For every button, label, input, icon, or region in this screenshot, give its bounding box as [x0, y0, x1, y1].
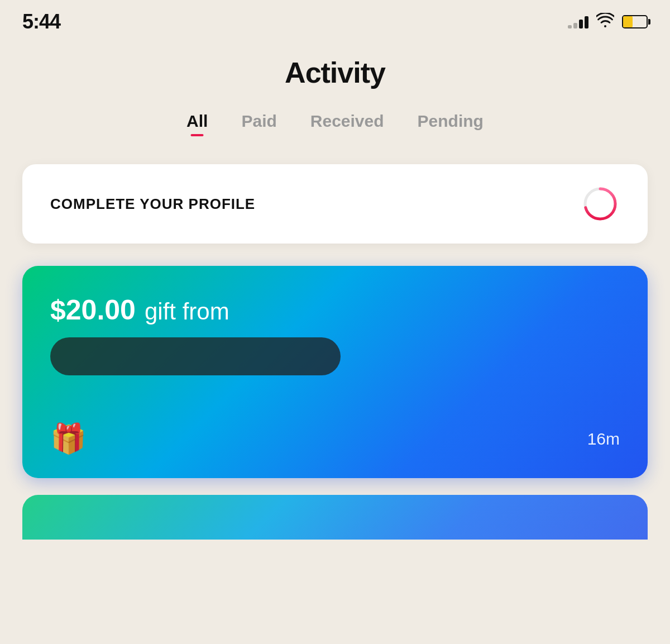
- second-card-partial: [22, 495, 648, 540]
- battery-icon: [622, 15, 648, 28]
- status-bar: 5:44: [0, 0, 670, 39]
- tabs-bar: All Paid Received Pending: [0, 112, 670, 136]
- gift-icon: 🎁: [50, 422, 87, 456]
- signal-bar-2: [573, 23, 577, 28]
- gift-amount: $20.00: [50, 294, 136, 326]
- complete-profile-card[interactable]: COMPLETE YOUR PROFILE: [22, 164, 648, 244]
- signal-bar-1: [568, 25, 572, 28]
- gift-from-label: gift from: [145, 298, 229, 325]
- battery-fill: [623, 16, 633, 27]
- tab-received[interactable]: Received: [310, 112, 384, 136]
- page-title: Activity: [0, 56, 670, 89]
- profile-progress-circle: [581, 184, 620, 223]
- page-title-section: Activity: [0, 56, 670, 89]
- gift-card[interactable]: $20.00 gift from 🎁 16m: [22, 266, 648, 478]
- status-time: 5:44: [22, 10, 60, 34]
- gift-time: 16m: [587, 430, 620, 449]
- gift-card-footer: 🎁 16m: [50, 422, 620, 456]
- gift-sender-redacted: [50, 337, 341, 375]
- signal-icon: [568, 15, 588, 28]
- complete-profile-text: COMPLETE YOUR PROFILE: [50, 195, 255, 213]
- signal-bar-4: [585, 16, 588, 28]
- tab-pending[interactable]: Pending: [418, 112, 484, 136]
- status-icons: [568, 13, 648, 31]
- wifi-icon: [596, 13, 614, 31]
- tab-paid[interactable]: Paid: [241, 112, 276, 136]
- tab-all[interactable]: All: [186, 112, 208, 136]
- signal-bar-3: [579, 20, 583, 28]
- gift-amount-row: $20.00 gift from: [50, 294, 229, 326]
- gift-card-header: $20.00 gift from: [50, 294, 620, 375]
